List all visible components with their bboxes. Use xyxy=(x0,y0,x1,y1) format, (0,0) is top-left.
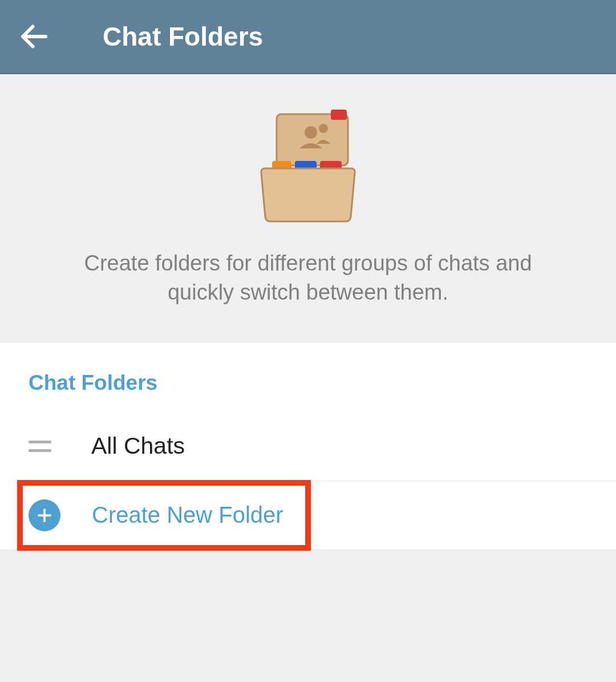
drag-handle-icon[interactable] xyxy=(29,441,51,452)
folder-illustration-icon xyxy=(242,97,374,231)
back-arrow-icon[interactable] xyxy=(17,19,51,54)
folders-section: Chat Folders All Chats Create New Folder xyxy=(0,342,616,550)
plus-icon xyxy=(29,499,60,531)
folder-row-all-chats[interactable]: All Chats xyxy=(0,412,616,481)
footer-spacer xyxy=(0,550,616,664)
folder-label: All Chats xyxy=(91,433,185,459)
svg-point-3 xyxy=(305,126,317,139)
svg-rect-1 xyxy=(277,114,348,166)
create-folder-label: Create New Folder xyxy=(92,502,283,528)
svg-rect-2 xyxy=(331,110,347,120)
create-new-folder-button[interactable]: Create New Folder xyxy=(0,481,616,550)
app-header: Chat Folders xyxy=(0,0,616,74)
hero-description: Create folders for different groups of c… xyxy=(60,249,556,308)
page-title: Chat Folders xyxy=(103,21,263,52)
hero-section: Create folders for different groups of c… xyxy=(0,74,616,342)
svg-point-4 xyxy=(319,124,328,133)
section-title: Chat Folders xyxy=(0,342,616,412)
